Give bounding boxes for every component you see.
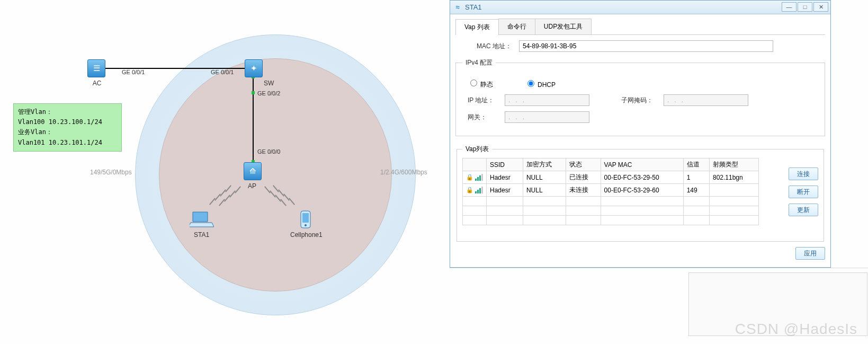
device-ac-icon[interactable]: ☰ [87, 59, 105, 77]
device-phone-icon[interactable] [300, 210, 311, 231]
refresh-button[interactable]: 更新 [789, 204, 818, 216]
window-titlebar[interactable]: ≈ STA1 — □ ✕ [450, 1, 830, 14]
ip-label: IP 地址： [468, 96, 505, 105]
vap-button-column: 连接 断开 更新 [789, 167, 818, 216]
gw-label: 网关： [468, 113, 505, 122]
port-label: GE 0/0/2 [257, 90, 280, 96]
table-row[interactable]: 🔒 Hadesr NULL 未连接 00-E0-FC-53-29-60 149 [463, 184, 759, 197]
vap-table[interactable]: SSID 加密方式 状态 VAP MAC 信道 射频类型 🔒 Hadesr NU… [462, 158, 759, 225]
port-label: GE 0/0/1 [122, 69, 145, 75]
port-label: GE 0/0/1 [211, 69, 234, 75]
vap-list-group: Vap列表 SSID 加密方式 状态 VAP MAC 信道 射频类型 � [457, 145, 824, 242]
maximize-button[interactable]: □ [798, 2, 812, 12]
mac-label: MAC 地址： [477, 42, 519, 51]
table-row [463, 216, 759, 225]
port-dot [252, 91, 255, 94]
table-row [463, 197, 759, 206]
disconnect-button[interactable]: 断开 [789, 186, 818, 198]
device-ap-label: AP [248, 182, 256, 190]
mask-input [664, 94, 748, 106]
ipv4-config-group: IPv4 配置 静态 DHCP IP 地址： 子网掩码： 网关： [455, 58, 825, 136]
vlan-line: 业务Vlan： [18, 127, 117, 137]
vlan-line: Vlan100 10.23.100.1/24 [18, 117, 117, 127]
gw-input [505, 111, 589, 123]
apply-button[interactable]: 应用 [795, 247, 825, 260]
mac-input[interactable] [519, 40, 773, 52]
device-sw-label: SW [264, 80, 274, 87]
table-row [463, 206, 759, 216]
signal-icon: 🔒 [466, 174, 483, 181]
window-body: Vap 列表 命令行 UDP发包工具 MAC 地址： IPv4 配置 静态 DH… [450, 14, 830, 267]
mask-label: 子网掩码： [621, 96, 664, 105]
close-button[interactable]: ✕ [813, 2, 828, 12]
svg-rect-1 [302, 213, 309, 223]
device-sta-icon[interactable] [190, 211, 214, 231]
table-header-row: SSID 加密方式 状态 VAP MAC 信道 射频类型 [463, 158, 759, 171]
tab-bar: Vap 列表 命令行 UDP发包工具 [455, 19, 825, 35]
connect-button[interactable]: 连接 [789, 167, 818, 180]
device-ap-icon[interactable]: ⟰ [244, 162, 262, 180]
topology-canvas: 管理Vlan： Vlan100 10.23.100.1/24 业务Vlan： V… [0, 0, 445, 344]
ipv4-legend: IPv4 配置 [462, 58, 496, 67]
lock-icon: 🔒 [466, 174, 473, 181]
device-phone-label: Cellphone1 [290, 231, 323, 239]
device-ac-label: AC [89, 80, 105, 87]
vap-legend: Vap列表 [462, 145, 492, 154]
lock-icon: 🔒 [466, 187, 473, 193]
svg-point-2 [305, 224, 307, 226]
radio-dhcp[interactable]: DHCP [525, 78, 556, 89]
tab-cli[interactable]: 命令行 [498, 19, 535, 34]
band-left-label: 149/5G/0Mbps [90, 169, 132, 176]
vlan-line: Vlan101 10.23.101.1/24 [18, 138, 117, 148]
vlan-line: 管理Vlan： [18, 107, 117, 117]
sta-window: ≈ STA1 — □ ✕ Vap 列表 命令行 UDP发包工具 MAC 地址： … [450, 0, 831, 268]
band-right-label: 1/2.4G/600Mbps [380, 169, 427, 176]
tab-udp-tool[interactable]: UDP发包工具 [535, 19, 592, 34]
radio-static[interactable]: 静态 [468, 78, 493, 89]
bottom-inspector-panel [688, 272, 867, 336]
device-sta-label: STA1 [194, 231, 209, 239]
app-icon: ≈ [453, 3, 462, 12]
window-title: STA1 [465, 3, 482, 11]
signal-icon: 🔒 [466, 187, 483, 193]
table-row[interactable]: 🔒 Hadesr NULL 已连接 00-E0-FC-53-29-50 1 80… [463, 171, 759, 184]
device-sw-icon[interactable]: ✦ [245, 59, 263, 77]
vlan-info-box: 管理Vlan： Vlan100 10.23.100.1/24 业务Vlan： V… [13, 103, 122, 152]
tab-vap-list[interactable]: Vap 列表 [455, 19, 499, 35]
minimize-button[interactable]: — [782, 2, 797, 12]
port-label: GE 0/0/0 [257, 148, 280, 155]
link-sw-ap [253, 77, 254, 162]
ip-input [505, 94, 589, 106]
